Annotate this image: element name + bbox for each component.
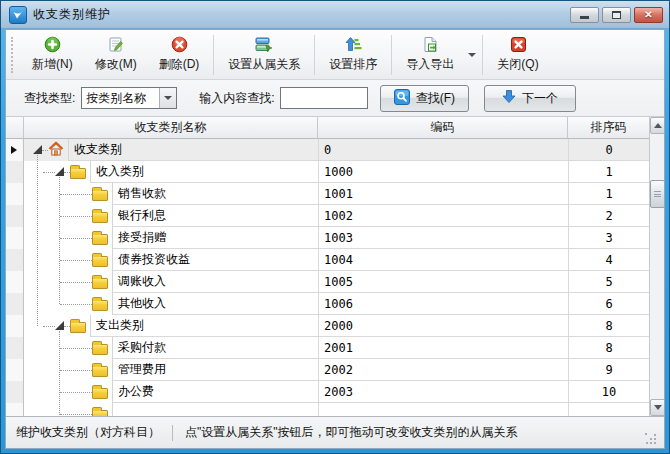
sort-code-cell: 1 <box>568 183 649 205</box>
status-hint-text: 点"设置从属关系"按钮后，即可拖动可改变收支类别的从属关系 <box>185 424 518 441</box>
folder-icon <box>92 234 108 245</box>
table-row[interactable] <box>6 403 649 416</box>
edit-button[interactable]: 修改(M) <box>84 32 148 78</box>
table-row[interactable]: 收入类别 1000 1 <box>6 161 649 183</box>
add-icon <box>44 36 61 53</box>
row-selector[interactable] <box>6 381 24 403</box>
folder-icon <box>70 322 86 333</box>
combo-dropdown-button[interactable] <box>159 88 176 108</box>
code-cell: 1004 <box>318 249 568 271</box>
window-content: 新增(N) 修改(M) 删除(D) 设置从属关系 <box>5 29 665 449</box>
table-row[interactable]: 银行利息 1002 2 <box>6 205 649 227</box>
current-row-arrow-icon <box>11 146 17 154</box>
row-selector[interactable] <box>6 293 24 315</box>
minimize-icon <box>580 16 589 19</box>
hierarchy-icon <box>255 36 273 53</box>
scrollbar-track[interactable] <box>650 134 664 399</box>
tree-indent <box>24 315 90 337</box>
category-name-cell: 销售收款 <box>112 183 318 205</box>
folder-icon <box>92 190 108 201</box>
find-button-label: 查找(F) <box>416 90 455 107</box>
next-button[interactable]: 下一个 <box>484 85 576 112</box>
tree-connector-line <box>59 177 60 304</box>
search-content-label: 输入内容查找: <box>199 90 274 107</box>
scrollbar-thumb[interactable] <box>650 180 664 208</box>
sort-code-cell: 9 <box>568 359 649 381</box>
folder-icon <box>92 278 108 289</box>
code-cell: 2001 <box>318 337 568 359</box>
tree-indent <box>24 381 112 403</box>
row-selector[interactable] <box>6 161 24 183</box>
category-name-cell: 采购付款 <box>112 337 318 359</box>
import-export-icon <box>422 36 439 53</box>
table-row[interactable]: 收支类别 0 0 <box>6 139 649 161</box>
import-export-dropdown[interactable] <box>465 32 479 78</box>
window-title: 收支类别维护 <box>33 6 111 23</box>
scroll-down-button[interactable] <box>650 399 664 416</box>
close-button[interactable]: ✕ <box>634 7 663 23</box>
row-selector[interactable] <box>6 315 24 337</box>
sort-code-cell: 8 <box>568 315 649 337</box>
table-row[interactable]: 管理费用 2002 9 <box>6 359 649 381</box>
table-row[interactable]: 销售收款 1001 1 <box>6 183 649 205</box>
edit-button-label: 修改(M) <box>95 56 137 73</box>
row-selector[interactable] <box>6 403 24 416</box>
row-selector[interactable] <box>6 227 24 249</box>
maximize-icon <box>612 11 621 19</box>
tree-connector-line <box>59 331 60 416</box>
tree-connector-stub <box>60 260 92 261</box>
row-selector[interactable] <box>6 183 24 205</box>
row-selector[interactable] <box>6 249 24 271</box>
category-name-cell: 收入类别 <box>90 161 318 183</box>
header-code[interactable]: 编码 <box>318 117 568 139</box>
header-sort-code[interactable]: 排序码 <box>568 117 649 139</box>
minimize-button[interactable] <box>570 7 599 23</box>
table-row[interactable]: 接受捐赠 1003 3 <box>6 227 649 249</box>
table-row[interactable]: 采购付款 2001 8 <box>6 337 649 359</box>
arrow-down-icon <box>502 89 516 107</box>
sort-code-cell: 5 <box>568 271 649 293</box>
vertical-scrollbar[interactable] <box>649 117 664 416</box>
code-cell: 1003 <box>318 227 568 249</box>
row-selector[interactable] <box>6 139 24 161</box>
tree-indent <box>24 337 112 359</box>
row-selector[interactable] <box>6 205 24 227</box>
folder-icon <box>92 256 108 267</box>
tree-indent <box>24 161 90 183</box>
import-export-button[interactable]: 导入导出 <box>395 32 465 78</box>
set-sort-button[interactable]: 设置排序 <box>318 32 388 78</box>
table-row[interactable]: 调账收入 1005 5 <box>6 271 649 293</box>
code-cell: 1002 <box>318 205 568 227</box>
expand-collapse-icon[interactable] <box>55 167 64 176</box>
scroll-up-button[interactable] <box>650 117 664 134</box>
search-input[interactable] <box>280 87 368 109</box>
next-button-label: 下一个 <box>522 90 558 107</box>
table-row[interactable]: 办公费 2003 10 <box>6 381 649 403</box>
header-category-name[interactable]: 收支类别名称 <box>24 117 318 139</box>
find-button[interactable]: 查找(F) <box>380 85 469 112</box>
row-selector[interactable] <box>6 271 24 293</box>
maximize-button[interactable] <box>602 7 631 23</box>
row-selector[interactable] <box>6 359 24 381</box>
folder-icon <box>92 300 108 311</box>
search-type-select[interactable]: 按类别名称 <box>81 87 177 109</box>
code-cell: 0 <box>318 139 568 161</box>
sort-code-cell: 3 <box>568 227 649 249</box>
table-row[interactable]: 其他收入 1006 6 <box>6 293 649 315</box>
row-selector[interactable] <box>6 337 24 359</box>
close-window-button[interactable]: 关闭(Q) <box>486 32 549 78</box>
expand-collapse-icon[interactable] <box>33 145 42 154</box>
set-hierarchy-button[interactable]: 设置从属关系 <box>217 32 311 78</box>
expand-collapse-icon[interactable] <box>55 321 64 330</box>
delete-button[interactable]: 删除(D) <box>148 32 211 78</box>
add-button[interactable]: 新增(N) <box>21 32 84 78</box>
toolbar-grip[interactable] <box>11 37 16 73</box>
code-cell: 2003 <box>318 381 568 403</box>
table-row[interactable]: 债券投资收益 1004 4 <box>6 249 649 271</box>
folder-icon <box>92 388 108 399</box>
titlebar: 收支类别维护 ✕ <box>1 1 669 29</box>
resize-grip[interactable] <box>645 433 658 446</box>
app-window: 收支类别维护 ✕ 新增(N) 修改(M) <box>0 0 670 454</box>
find-icon <box>394 89 410 108</box>
table-row[interactable]: 支出类别 2000 8 <box>6 315 649 337</box>
